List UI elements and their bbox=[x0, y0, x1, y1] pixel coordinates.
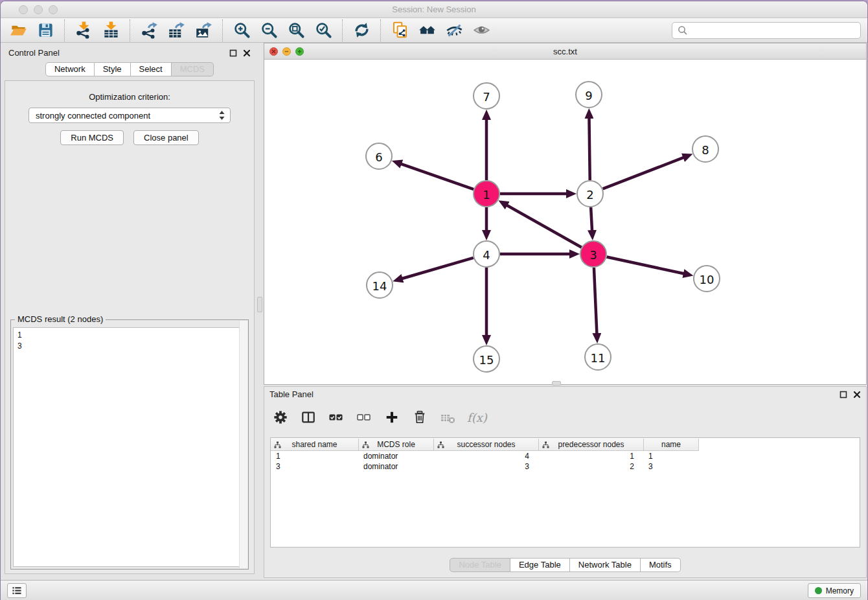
tab-motifs[interactable]: Motifs bbox=[641, 558, 681, 572]
cell-successor-nodes[interactable]: 4 bbox=[433, 452, 538, 461]
node-8[interactable]: 8 bbox=[692, 136, 718, 162]
attribute-tree-icon bbox=[362, 441, 369, 448]
cell-name[interactable]: 3 bbox=[643, 462, 698, 471]
hide-selected-button[interactable] bbox=[444, 20, 464, 41]
svg-text:9: 9 bbox=[585, 89, 592, 102]
memory-button[interactable]: Memory bbox=[808, 583, 861, 598]
import-table-button[interactable] bbox=[100, 20, 121, 41]
cell-predecessor-nodes[interactable]: 1 bbox=[538, 452, 643, 461]
deselect-all-button[interactable] bbox=[356, 409, 372, 426]
node-9[interactable]: 9 bbox=[576, 82, 602, 108]
export-network-button[interactable] bbox=[139, 20, 159, 41]
export-table-button[interactable] bbox=[166, 20, 187, 41]
zoom-selected-button[interactable] bbox=[313, 20, 334, 41]
zoom-fit-button[interactable] bbox=[286, 20, 306, 41]
table-header-row: shared nameMCDS rolesuccessor nodesprede… bbox=[271, 439, 699, 451]
save-icon bbox=[37, 21, 54, 39]
edge-4-14[interactable] bbox=[402, 258, 474, 279]
add-column-button[interactable] bbox=[383, 409, 400, 426]
export-image-button[interactable] bbox=[193, 20, 214, 41]
result-line: 1 bbox=[17, 330, 242, 341]
column-label: MCDS role bbox=[377, 440, 415, 449]
node-4[interactable]: 4 bbox=[474, 241, 499, 267]
node-6[interactable]: 6 bbox=[366, 143, 392, 169]
node-15[interactable]: 15 bbox=[474, 346, 499, 372]
close-panel-icon[interactable] bbox=[243, 49, 251, 57]
svg-text:8: 8 bbox=[702, 143, 709, 157]
node-10[interactable]: 10 bbox=[694, 266, 720, 292]
save-session-button[interactable] bbox=[35, 20, 56, 41]
show-columns-button[interactable] bbox=[300, 409, 317, 426]
zoom-in-button[interactable] bbox=[231, 20, 252, 41]
zoom-out-button[interactable] bbox=[258, 20, 279, 41]
column-header-successor-nodes[interactable]: successor nodes bbox=[433, 439, 538, 450]
table-row[interactable]: 1dominator411 bbox=[271, 451, 860, 461]
open-session-button[interactable] bbox=[8, 20, 29, 41]
close-panel-button[interactable]: Close panel bbox=[133, 130, 199, 145]
refresh-layout-button[interactable] bbox=[351, 20, 372, 41]
criterion-select[interactable]: strongly connected component bbox=[29, 108, 231, 123]
clone-network-button[interactable] bbox=[389, 20, 410, 41]
cell-mcds-role[interactable]: dominator bbox=[358, 462, 433, 471]
column-header-mcds-role[interactable]: MCDS role bbox=[358, 439, 433, 450]
node-7[interactable]: 7 bbox=[474, 83, 499, 109]
edge-2-9[interactable] bbox=[589, 117, 589, 180]
column-header-predecessor-nodes[interactable]: predecessor nodes bbox=[538, 439, 643, 450]
cell-successor-nodes[interactable]: 3 bbox=[433, 462, 538, 471]
tab-edge-table[interactable]: Edge Table bbox=[510, 558, 570, 572]
cell-shared-name[interactable]: 3 bbox=[271, 462, 358, 471]
network-canvas[interactable]: 7968124314101511 bbox=[264, 60, 866, 384]
node-1[interactable]: 1 bbox=[474, 181, 499, 207]
unchecked-boxes-icon bbox=[357, 410, 371, 424]
run-mcds-button[interactable]: Run MCDS bbox=[60, 130, 124, 145]
delete-columns-button[interactable] bbox=[411, 409, 428, 426]
show-hidden-button[interactable] bbox=[471, 20, 492, 41]
network-minimize-button[interactable] bbox=[282, 47, 291, 56]
cell-name[interactable]: 1 bbox=[643, 452, 698, 461]
node-2[interactable]: 2 bbox=[577, 181, 603, 207]
cell-mcds-role[interactable]: dominator bbox=[358, 452, 433, 461]
table-panel: Table Panel f(x) shared nameMCDS rolesuc… bbox=[264, 386, 867, 578]
column-header-shared-name[interactable]: shared name bbox=[271, 439, 358, 450]
node-14[interactable]: 14 bbox=[367, 272, 393, 298]
delete-table-icon bbox=[440, 410, 455, 424]
float-panel-icon[interactable] bbox=[229, 49, 237, 57]
tab-mcds[interactable]: MCDS bbox=[172, 62, 214, 76]
cell-shared-name[interactable]: 1 bbox=[271, 452, 358, 461]
show-all-button[interactable] bbox=[417, 20, 437, 41]
tab-style[interactable]: Style bbox=[95, 62, 131, 76]
edge-2-3[interactable] bbox=[591, 207, 592, 231]
close-panel-icon[interactable] bbox=[853, 391, 861, 398]
mcds-result-text: 13 bbox=[13, 327, 246, 567]
node-3[interactable]: 3 bbox=[580, 241, 606, 267]
column-header-name[interactable]: name bbox=[643, 439, 698, 450]
houses-icon bbox=[418, 21, 436, 39]
edge-3-11[interactable] bbox=[594, 268, 597, 334]
tab-select[interactable]: Select bbox=[131, 62, 172, 76]
edge-2-8[interactable] bbox=[603, 157, 685, 189]
table-row[interactable]: 3dominator323 bbox=[271, 461, 860, 472]
vertical-splitter-handle[interactable] bbox=[257, 297, 262, 312]
network-zoom-button[interactable] bbox=[295, 47, 304, 56]
task-history-button[interactable] bbox=[7, 583, 27, 598]
tab-network-table[interactable]: Network Table bbox=[570, 558, 641, 572]
edge-3-10[interactable] bbox=[607, 257, 685, 273]
table-body: 1dominator4113dominator323 bbox=[271, 451, 860, 472]
control-panel-header: Control Panel bbox=[3, 45, 256, 62]
edge-1-6[interactable] bbox=[400, 164, 474, 190]
table-options-button[interactable] bbox=[272, 409, 289, 426]
node-11[interactable]: 11 bbox=[585, 344, 611, 370]
import-network-button[interactable] bbox=[73, 20, 94, 41]
cell-predecessor-nodes[interactable]: 2 bbox=[538, 462, 643, 471]
network-close-button[interactable] bbox=[269, 47, 278, 56]
column-label: name bbox=[661, 440, 681, 449]
select-stepper-icon bbox=[218, 110, 225, 121]
result-scrollbar[interactable] bbox=[239, 321, 247, 568]
tab-network[interactable]: Network bbox=[45, 62, 95, 76]
horizontal-splitter-handle[interactable] bbox=[552, 381, 561, 386]
search-input[interactable] bbox=[692, 25, 855, 35]
float-panel-icon[interactable] bbox=[839, 391, 847, 398]
edge-3-1[interactable] bbox=[506, 205, 581, 248]
select-all-button[interactable] bbox=[328, 409, 345, 426]
tab-node-table[interactable]: Node Table bbox=[450, 558, 510, 572]
